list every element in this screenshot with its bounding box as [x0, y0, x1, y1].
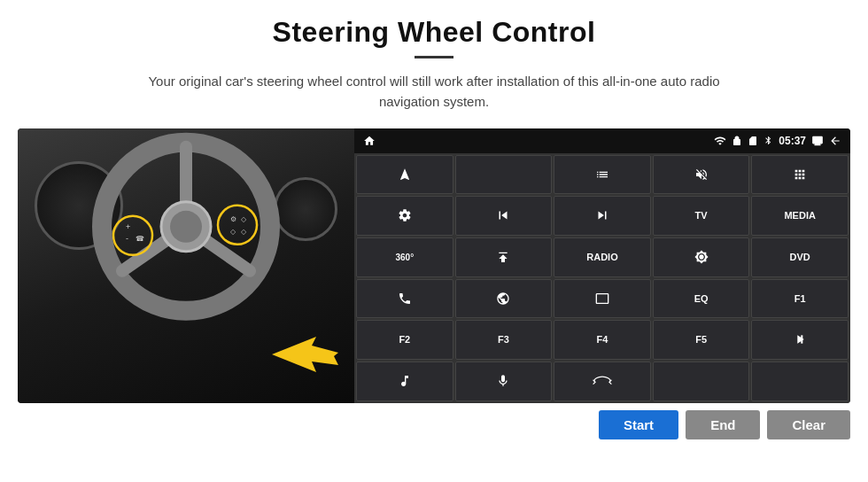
page-container: Steering Wheel Control Your original car… [0, 0, 868, 482]
svg-text:☎: ☎ [136, 234, 144, 242]
svg-text:⚙: ⚙ [230, 214, 236, 222]
btn-f4[interactable]: F4 [554, 320, 651, 360]
page-title: Steering Wheel Control [273, 16, 596, 49]
bottom-bar: Start End Clear [18, 403, 850, 443]
btn-dvd[interactable]: DVD [751, 237, 849, 277]
btn-radio-label: RADIO [586, 252, 617, 262]
btn-f1[interactable]: F1 [751, 279, 849, 319]
status-time: 05:37 [779, 135, 806, 147]
subtitle: Your original car's steering wheel contr… [124, 71, 744, 113]
btn-mode[interactable] [455, 155, 553, 195]
btn-360-label: 360° [395, 253, 414, 262]
btn-settings[interactable] [356, 196, 453, 236]
status-left [363, 135, 376, 147]
btn-next[interactable] [554, 196, 651, 236]
svg-text:◇: ◇ [241, 227, 247, 235]
svg-point-6 [113, 215, 152, 254]
start-button[interactable]: Start [599, 410, 678, 439]
btn-eq-label: EQ [694, 293, 709, 304]
svg-text:◇: ◇ [230, 227, 236, 235]
btn-music[interactable] [356, 362, 453, 401]
svg-text:+: + [126, 222, 130, 230]
btn-empty2 [751, 362, 849, 401]
content-row: + - ☎ ⚙ ◇ ◇ ◇ [18, 128, 850, 403]
btn-360cam[interactable]: 360° [356, 237, 453, 277]
btn-media[interactable]: MEDIA [751, 196, 849, 236]
btn-browse[interactable] [455, 279, 553, 319]
home-status-icon [363, 135, 376, 147]
steering-wheel-image: + - ☎ ⚙ ◇ ◇ ◇ [18, 128, 354, 403]
btn-media-label: MEDIA [784, 210, 815, 221]
status-right: 05:37 [714, 135, 841, 147]
status-bar: 05:37 [354, 128, 850, 153]
btn-playpause[interactable] [751, 320, 849, 360]
svg-rect-15 [802, 336, 803, 344]
btn-screen[interactable] [554, 279, 651, 319]
btn-mute[interactable] [653, 155, 750, 195]
clear-button[interactable]: Clear [767, 410, 850, 439]
svg-point-7 [218, 205, 257, 244]
button-grid: TV MEDIA 360° RADIO D [354, 153, 850, 403]
btn-mic[interactable] [455, 362, 553, 401]
btn-dvd-label: DVD [790, 252, 810, 262]
btn-navigate[interactable] [356, 155, 453, 195]
btn-f5[interactable]: F5 [653, 320, 750, 360]
end-button[interactable]: End [686, 410, 760, 439]
wifi-status-icon [714, 135, 726, 147]
svg-text:-: - [126, 233, 128, 242]
btn-phone[interactable] [356, 279, 453, 319]
bt-status-icon [763, 136, 773, 145]
btn-tv-label: TV [695, 210, 708, 221]
btn-radio[interactable]: RADIO [554, 237, 651, 277]
btn-prev[interactable] [455, 196, 553, 236]
sd-status-icon [748, 136, 758, 146]
back-status-icon [829, 135, 841, 147]
head-unit-panel: 05:37 [354, 128, 850, 403]
btn-eq[interactable]: EQ [653, 279, 750, 319]
btn-tv[interactable]: TV [653, 196, 750, 236]
mirror-status-icon [811, 135, 824, 147]
btn-f5-label: F5 [695, 334, 707, 345]
btn-f3-label: F3 [498, 334, 509, 345]
btn-f4-label: F4 [597, 334, 608, 345]
btn-eject[interactable] [455, 237, 553, 277]
btn-f3[interactable]: F3 [455, 320, 553, 360]
btn-f2[interactable]: F2 [356, 320, 453, 360]
svg-point-5 [170, 210, 202, 242]
btn-f1-label: F1 [794, 293, 806, 304]
btn-list[interactable] [554, 155, 651, 195]
btn-apps[interactable] [751, 155, 849, 195]
svg-text:◇: ◇ [241, 214, 247, 222]
btn-brightness[interactable] [653, 237, 750, 277]
btn-f2-label: F2 [399, 334, 410, 345]
btn-answer[interactable] [554, 362, 651, 401]
lock-status-icon [732, 136, 742, 146]
btn-empty1 [653, 362, 750, 401]
title-divider [415, 56, 453, 58]
